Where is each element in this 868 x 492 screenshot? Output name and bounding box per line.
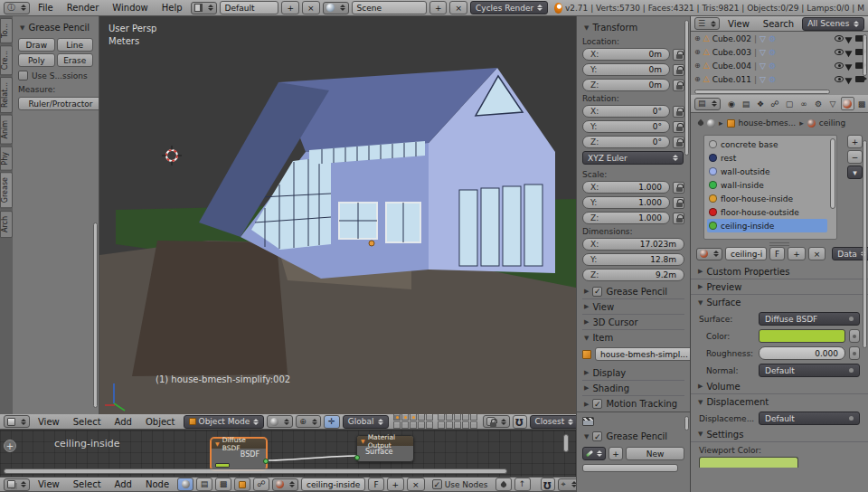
view-panel[interactable]: ▶View (582, 299, 684, 315)
color-node-socket-button[interactable] (849, 329, 860, 343)
material-name-field[interactable]: ceiling-inside (301, 478, 365, 491)
menu-node[interactable]: Node (140, 479, 175, 489)
ruler-protractor-button[interactable]: Ruler/Protractor (18, 97, 99, 110)
cursor3d-panel[interactable]: ▶3D Cursor (582, 315, 684, 330)
custom-properties-panel[interactable]: ▶Custom Properties (691, 264, 868, 279)
gp-draw-button[interactable]: Draw (18, 38, 55, 52)
screen-layout-name[interactable]: Default (220, 1, 279, 14)
selectability-cursor-icon[interactable] (844, 33, 854, 43)
texture-nodes-toggle[interactable]: ▩ (215, 478, 231, 491)
tab-tools[interactable]: To... (0, 18, 13, 43)
transform-orientation-select[interactable]: Global (343, 415, 389, 429)
outliner-row[interactable]: ⊕△Cube.002|▽⚙ (691, 32, 868, 45)
diffuse-color-swatch[interactable] (759, 329, 845, 343)
remove-material-slot-button[interactable]: − (847, 150, 863, 164)
unlink-material-button[interactable]: × (808, 247, 826, 260)
diffuse-bsdf-node[interactable]: ▼Diffuse BSDF BSDF (211, 438, 267, 470)
menu-file[interactable]: File (33, 3, 59, 13)
outliner-view-menu[interactable]: View (722, 19, 755, 29)
editor-type-3dview-button[interactable] (4, 415, 30, 428)
normal-select[interactable]: Default (759, 364, 860, 377)
screen-layout-browse-button[interactable] (191, 2, 217, 14)
menu-add[interactable]: Add (109, 479, 137, 489)
outliner-row[interactable]: ⊕△Cube.003|▽⚙ (691, 45, 868, 59)
tab-world[interactable]: ☍ (769, 97, 782, 110)
proportional-edit-button[interactable] (483, 415, 510, 428)
location-y-field[interactable]: Y:0m (582, 63, 670, 76)
node-editor-canvas[interactable]: + ceiling-inside ▼Diffuse BSDF BSDF ▼Mat… (0, 430, 576, 477)
gp-poly-button[interactable]: Poly (18, 53, 55, 67)
lock-icon[interactable] (673, 121, 684, 133)
breadcrumb-material[interactable]: ceiling (819, 118, 845, 128)
visibility-eye-icon[interactable] (835, 76, 844, 82)
manipulator-toggle[interactable]: ✛ (324, 415, 340, 429)
lock-icon[interactable] (673, 213, 684, 224)
material-slot[interactable]: wall-inside (707, 178, 827, 192)
location-z-field[interactable]: Z:0m (582, 79, 670, 91)
new-material-button[interactable]: + (387, 478, 405, 491)
wrench-icon[interactable]: ⚙ (769, 75, 776, 84)
bsdf-output-socket[interactable] (263, 459, 269, 464)
snap-element-select[interactable]: Closest (530, 415, 576, 429)
roughness-slider[interactable]: 0.000 (759, 346, 845, 360)
viewport-3d[interactable]: User Persp Meters (1) house-bmesh-simpli… (99, 16, 576, 414)
mode-select[interactable]: Object Mode (184, 415, 265, 429)
material-slot-selected[interactable]: ceiling-inside (707, 219, 827, 232)
outliner-row[interactable]: ⊕△Cube.011|▽⚙ (691, 72, 868, 86)
add-scene-button[interactable]: + (429, 1, 448, 14)
displacement-select[interactable]: Default (759, 412, 860, 425)
tab-object-data[interactable]: ▽ (826, 97, 840, 110)
lock-icon[interactable] (673, 137, 684, 148)
renderability-camera-icon[interactable] (855, 76, 864, 82)
gp-add-button[interactable]: + (609, 447, 623, 460)
settings-panel[interactable]: ▼Settings (691, 427, 868, 442)
menu-window[interactable]: Window (107, 3, 153, 13)
gp-erase-button[interactable]: Erase (57, 53, 94, 67)
selectability-cursor-icon[interactable] (844, 61, 854, 70)
node-canvas-vscrollbar[interactable] (563, 434, 569, 452)
tab-render[interactable]: ◉ (725, 97, 739, 110)
preview-panel[interactable]: ▶Preview (691, 279, 868, 295)
tab-arch[interactable]: Arch (0, 211, 13, 238)
display-panel[interactable]: ▶Display (582, 365, 684, 381)
pin-icon[interactable] (697, 119, 704, 127)
editor-type-info-button[interactable]: ⓘ (4, 2, 30, 14)
material-slot[interactable]: concrete base (707, 137, 827, 151)
render-engine-select[interactable]: Cycles Render (470, 1, 548, 14)
node-collapse-icon[interactable]: ▼ (215, 440, 220, 447)
properties-scrollbar[interactable] (863, 140, 867, 348)
compositing-nodes-toggle[interactable]: ▤ (196, 478, 212, 491)
surface-input-socket[interactable] (354, 455, 360, 460)
lock-icon[interactable] (673, 64, 684, 76)
gp-layer-select[interactable] (582, 447, 606, 460)
snap-toggle[interactable]: Ω (513, 415, 527, 429)
fake-user-button[interactable]: F (368, 478, 383, 491)
displacement-panel[interactable]: ▼Displacement (691, 394, 868, 410)
layers-widget[interactable] (393, 414, 478, 430)
viewport-color-swatch[interactable] (699, 457, 798, 468)
dim-y-field[interactable]: Y:12.8m (582, 253, 684, 266)
expand-icon[interactable]: ⊕ (694, 48, 701, 56)
node-grease-pencil-panel[interactable]: ▼✓Grease Pencil (582, 429, 684, 444)
lock-icon[interactable] (673, 106, 684, 118)
lock-icon[interactable] (673, 80, 684, 91)
tool-shelf-scrollbar[interactable] (93, 222, 98, 408)
shader-nodes-toggle[interactable] (177, 478, 193, 491)
scale-x-field[interactable]: X:1.000 (582, 181, 670, 194)
menu-view[interactable]: View (33, 479, 65, 489)
parent-node-tree-button[interactable]: ↑ (514, 478, 531, 491)
material-slot[interactable]: floor-house-outside (707, 205, 827, 219)
location-x-field[interactable]: X:0m (582, 48, 670, 61)
tab-scene[interactable]: ❖ (754, 97, 768, 110)
pivot-point-button[interactable]: ⊕ (296, 415, 321, 428)
scale-y-field[interactable]: Y:1.000 (582, 196, 670, 209)
tab-render-layers[interactable]: ▤ (740, 97, 753, 110)
expand-icon[interactable]: ⊕ (694, 34, 701, 43)
item-panel[interactable]: ▼Item (582, 330, 684, 345)
tab-animation[interactable]: Anim (0, 115, 13, 145)
sessions-checkbox[interactable] (18, 71, 28, 80)
node-collapse-icon[interactable]: ▼ (361, 438, 365, 444)
outliner-search-menu[interactable]: Search (758, 19, 799, 29)
tab-relations[interactable]: Relat... (0, 77, 13, 113)
node-canvas-hscrollbar[interactable] (4, 468, 507, 474)
